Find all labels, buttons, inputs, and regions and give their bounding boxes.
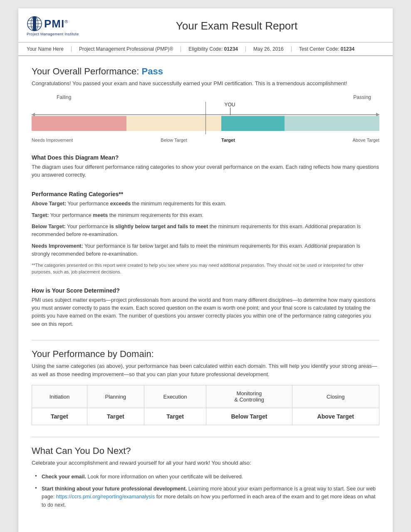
- exam-date: May 26, 2016: [246, 46, 292, 52]
- you-marker-line: [230, 108, 230, 115]
- pmi-logo-text: PMI®: [44, 18, 68, 29]
- exam-report-page: PMI® Project Management Institute Your E…: [18, 8, 393, 532]
- diagram-text: The diagram uses four different performa…: [32, 163, 379, 180]
- info-bar: Your Name Here Project Management Profes…: [18, 42, 393, 56]
- rating-footnote: **The categories presented on this repor…: [32, 262, 379, 276]
- next-item-development: Start thinking about your future profess…: [35, 485, 379, 509]
- pmi-globe-icon: [27, 16, 42, 32]
- domain-subtitle: Using the same categories (as above), yo…: [32, 362, 379, 378]
- domain-header-row: Initiation Planning Execution Monitoring…: [32, 385, 379, 408]
- next-title: What Can You Do Next?: [32, 446, 379, 456]
- pass-label: Passing: [353, 94, 371, 100]
- section-divider-2: [32, 437, 379, 437]
- rating-heading: Performance Rating Categories**: [32, 191, 379, 197]
- svg-rect-7: [33, 17, 36, 31]
- domain-col-monitoring: Monitoring& Controling: [206, 385, 292, 408]
- score-section: How is Your Score Determined? PMI uses s…: [32, 287, 379, 329]
- domain-section: Your Performance by Domain: Using the sa…: [32, 349, 379, 425]
- domain-col-initiation: Initiation: [32, 385, 87, 408]
- domain-title: Your Performance by Domain:: [32, 349, 379, 360]
- you-label: YOU: [225, 102, 235, 108]
- section-divider: [32, 340, 379, 340]
- score-text: PMI uses subject matter experts—project …: [32, 296, 379, 329]
- candidate-name: Your Name Here: [27, 46, 72, 52]
- pass-result: Pass: [142, 66, 163, 76]
- pass-fail-divider: [206, 102, 206, 134]
- test-center-code: Test Center Code: 01234: [292, 46, 362, 52]
- domain-val-planning: Target: [87, 408, 144, 425]
- domain-val-initiation: Target: [32, 408, 87, 425]
- logo-box: PMI®: [27, 16, 68, 32]
- domain-col-execution: Execution: [144, 385, 206, 408]
- score-heading: How is Your Score Determined?: [32, 287, 379, 294]
- overall-performance-section: Your Overall Performance: Pass Congratul…: [32, 66, 379, 143]
- next-intro: Celebrate your accomplishment and reward…: [32, 459, 379, 467]
- next-item-email: Check your email. Look for more informat…: [35, 473, 379, 481]
- diagram-meaning-section: What Does this Diagram Mean? The diagram…: [32, 154, 379, 180]
- target-desc: Target: Your performance meets the minim…: [32, 212, 379, 219]
- needs-label: Needs Improvement: [32, 138, 126, 143]
- needs-improvement-bar: [32, 116, 126, 131]
- needs-improvement-desc: Needs Improvement: Your performance is f…: [32, 242, 379, 259]
- domain-values-row: Target Target Target Below Target Above …: [32, 408, 379, 425]
- domain-col-planning: Planning: [87, 385, 144, 408]
- next-section: What Can You Do Next? Celebrate your acc…: [32, 446, 379, 509]
- domain-table: Initiation Planning Execution Monitoring…: [32, 385, 379, 425]
- rating-categories-section: Performance Rating Categories** Above Ta…: [32, 191, 379, 275]
- above-target-bar: [285, 116, 379, 131]
- target-label: Target: [221, 138, 285, 143]
- performance-chart: Failing Passing YOU: [32, 94, 379, 143]
- page-header: PMI® Project Management Institute Your E…: [18, 8, 393, 42]
- domain-val-execution: Target: [144, 408, 206, 425]
- next-items-list: Check your email. Look for more informat…: [32, 473, 379, 510]
- fail-label: Failing: [57, 94, 71, 100]
- overall-title: Your Overall Performance: Pass: [32, 66, 379, 77]
- below-target-bar: [126, 116, 221, 131]
- bar-labels-row: Needs Improvement Below Target Target Ab…: [32, 137, 379, 143]
- axis-labels: Failing Passing: [32, 94, 379, 100]
- above-target-desc: Above Target: Your performance exceeds t…: [32, 200, 379, 208]
- logo-area: PMI® Project Management Institute: [27, 16, 93, 36]
- certification-name: Project Management Professional (PMP)®: [72, 46, 181, 52]
- domain-val-closing: Above Target: [292, 408, 379, 425]
- above-label: Above Target: [285, 138, 379, 143]
- pmi-logo-subtitle: Project Management Institute: [27, 32, 79, 36]
- main-content: Your Overall Performance: Pass Congratul…: [18, 56, 393, 531]
- below-target-desc: Below Target: Your performance is slight…: [32, 223, 379, 239]
- domain-val-monitoring: Below Target: [206, 408, 292, 425]
- overall-subtitle: Congratulations! You passed your exam an…: [32, 79, 379, 88]
- below-label: Below Target: [126, 138, 221, 143]
- domain-col-closing: Closing: [292, 385, 379, 408]
- eligibility-code: Eligibility Code: 01234: [181, 46, 246, 52]
- target-bar: [221, 116, 285, 131]
- diagram-heading: What Does this Diagram Mean?: [32, 154, 379, 161]
- report-title: Your Exam Result Report: [93, 20, 380, 32]
- pmi-link: https://ccrs.pmi.org/reporting/examanaly…: [56, 494, 155, 500]
